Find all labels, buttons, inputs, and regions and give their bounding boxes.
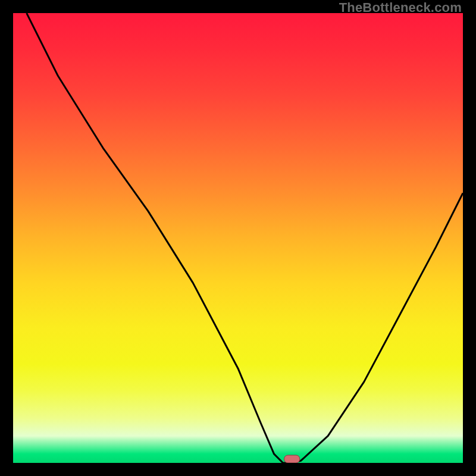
curve-svg	[13, 13, 463, 463]
bottleneck-curve	[27, 13, 463, 463]
plot-area	[13, 13, 463, 463]
chart-container: TheBottleneck.com	[0, 0, 476, 476]
optimal-marker	[284, 455, 300, 463]
